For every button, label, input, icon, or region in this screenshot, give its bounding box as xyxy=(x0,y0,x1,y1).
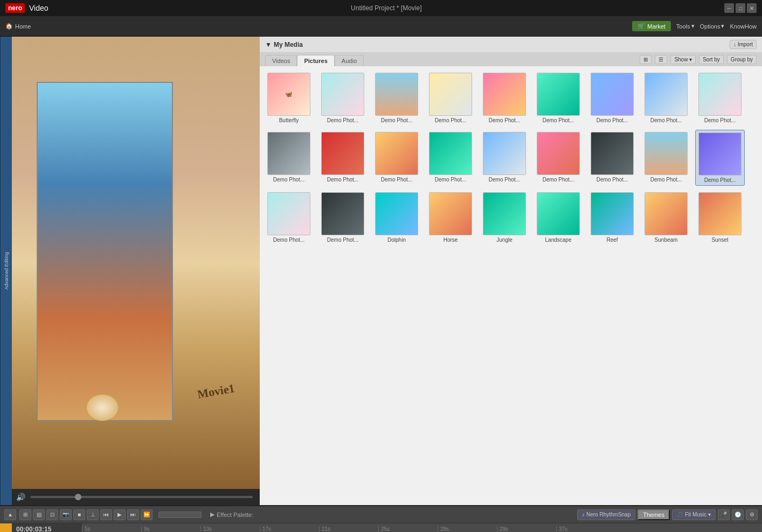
list-item[interactable]: Sunset xyxy=(695,190,745,245)
play-button[interactable]: ▶ xyxy=(114,509,126,520)
collapse-button[interactable]: ▲ xyxy=(4,509,16,520)
list-item[interactable]: Demo Phot... xyxy=(587,71,637,125)
timeline-tracks-container: 00:00:03:15 5s 9s 13s 17s 21s 25s 29s 29… xyxy=(12,523,762,532)
ruler-mark: 29s xyxy=(438,526,497,532)
ruler-mark: 21s xyxy=(319,526,378,532)
list-item[interactable]: Demo Phot... xyxy=(372,130,421,186)
import-button[interactable]: ↓ Import xyxy=(730,40,757,49)
list-item[interactable]: Sunbeam xyxy=(641,190,691,245)
tab-pictures[interactable]: Pictures xyxy=(297,55,334,66)
view-toggle-button[interactable]: ⊞ xyxy=(19,509,31,520)
media-item-label: Demo Phot... xyxy=(704,177,736,183)
themes-button[interactable]: Themes xyxy=(638,509,670,520)
list-item[interactable]: Demo Phot... xyxy=(480,71,529,125)
list-item[interactable]: Demo Phot... xyxy=(587,130,637,186)
media-item-label: Demo Phot... xyxy=(273,237,304,243)
list-item[interactable]: Demo Phot... xyxy=(534,71,583,125)
list-item[interactable]: 🦋 Butterfly xyxy=(264,71,314,125)
market-icon: 🛒 xyxy=(638,23,645,30)
app-name: Video xyxy=(29,4,49,12)
list-item[interactable]: Demo Phot... xyxy=(641,130,691,186)
list-item[interactable]: Demo Phot... xyxy=(318,190,368,245)
list-item[interactable]: Demo Phot... xyxy=(426,71,475,125)
list-item[interactable]: Demo Phot... xyxy=(534,130,583,186)
timeline-right-buttons: ♪ Nero RhythmSnap Themes 🎵 Fit Music ▾ 🎤… xyxy=(577,509,758,520)
settings-button[interactable]: ⚙ xyxy=(746,509,758,520)
screenshot-button[interactable]: 📷 xyxy=(60,509,72,520)
storyboard-button[interactable]: ▤ xyxy=(33,509,45,520)
split-button[interactable]: ⊥ xyxy=(87,509,99,520)
grid-view-button[interactable]: ⊞ xyxy=(640,55,652,64)
home-label: Home xyxy=(15,23,31,30)
window-title: Untitled Project * [Movie] xyxy=(351,4,421,12)
list-item[interactable]: Demo Phot... xyxy=(695,71,745,125)
snap-button[interactable]: ⊡ xyxy=(46,509,58,520)
media-item-label: Reef xyxy=(606,237,618,243)
fit-music-button[interactable]: 🎵 Fit Music ▾ xyxy=(672,509,716,520)
list-item[interactable]: Dolphin xyxy=(372,190,421,245)
tab-videos[interactable]: Videos xyxy=(265,55,297,66)
media-thumb xyxy=(698,73,742,116)
top-nav: 🏠 Home 🛒 Market Tools ▾ Options ▾ KnowHo… xyxy=(0,16,762,37)
tools-nav[interactable]: Tools ▾ xyxy=(676,23,695,30)
end-button[interactable]: ⏩ xyxy=(141,509,153,520)
list-view-button[interactable]: ☰ xyxy=(655,55,667,64)
express-editing-label: Express Editing xyxy=(0,523,12,532)
tab-audio[interactable]: Audio xyxy=(335,55,364,66)
list-item[interactable]: Jungle xyxy=(480,190,529,245)
next-frame-button[interactable]: ⏭ xyxy=(127,509,139,520)
market-button[interactable]: 🛒 Market xyxy=(632,21,671,31)
home-nav-item[interactable]: 🏠 Home xyxy=(5,23,31,30)
list-item[interactable]: Demo Phot... xyxy=(318,71,368,125)
show-button[interactable]: Show ▾ xyxy=(670,55,696,64)
list-item[interactable]: Demo Phot... xyxy=(372,71,421,125)
media-thumb: 🦋 xyxy=(267,73,310,116)
home-icon: 🏠 xyxy=(5,23,13,30)
list-item[interactable]: Reef xyxy=(587,190,637,245)
list-item[interactable]: Demo Phot... xyxy=(641,71,691,125)
media-item-label: Jungle xyxy=(496,237,512,243)
media-thumb xyxy=(645,192,688,235)
preview-area: Movie1 xyxy=(12,37,260,489)
stop-button[interactable]: ■ xyxy=(73,509,85,520)
sort-button[interactable]: Sort by xyxy=(699,55,724,64)
nav-right: 🛒 Market Tools ▾ Options ▾ KnowHow xyxy=(632,21,757,31)
clock-button[interactable]: 🕐 xyxy=(732,509,744,520)
list-item[interactable]: Demo Phot... xyxy=(264,130,314,186)
list-item[interactable]: Demo Phot... xyxy=(426,130,475,186)
media-thumb xyxy=(321,192,364,235)
list-item[interactable]: Demo Phot... xyxy=(318,130,368,186)
close-button[interactable]: ✕ xyxy=(747,3,757,13)
list-item[interactable]: Landscape xyxy=(534,190,583,245)
bridge-frame xyxy=(37,82,173,421)
list-item[interactable]: Horse xyxy=(426,190,475,245)
slider-thumb[interactable] xyxy=(75,494,81,500)
media-thumb xyxy=(267,132,310,175)
timeline-zoom-slider[interactable] xyxy=(158,512,202,518)
list-item[interactable]: Demo Phot... xyxy=(480,130,529,186)
minimize-button[interactable]: ─ xyxy=(724,3,734,13)
preview-background: Movie1 xyxy=(12,37,260,489)
current-time: 00:00:03:15 xyxy=(16,526,51,532)
media-item-label: Landscape xyxy=(545,237,572,243)
maximize-button[interactable]: □ xyxy=(736,3,745,13)
prev-button[interactable]: ⏮ xyxy=(100,509,112,520)
movie-title-overlay: Movie1 xyxy=(197,381,236,402)
rhythm-snap-button[interactable]: ♪ Nero RhythmSnap xyxy=(577,509,635,520)
mic-button[interactable]: 🎤 xyxy=(718,509,730,520)
list-item[interactable]: Demo Phot... xyxy=(264,190,314,245)
ruler-mark: 29s xyxy=(497,526,556,532)
options-nav[interactable]: Options ▾ xyxy=(700,23,725,30)
bridge-image xyxy=(37,82,173,421)
media-thumb xyxy=(645,73,688,116)
playback-slider[interactable] xyxy=(30,496,253,498)
market-label: Market xyxy=(647,23,666,30)
shell-decoration xyxy=(86,394,119,421)
list-item[interactable]: Demo Phot... xyxy=(695,130,745,186)
media-grid: 🦋 Butterfly Demo Phot... Demo Phot... De… xyxy=(260,66,762,505)
media-item-label: Horse xyxy=(444,237,458,243)
knowhow-nav[interactable]: KnowHow xyxy=(730,23,757,30)
group-button[interactable]: Group by xyxy=(727,55,757,64)
timeline-topbar: ▲ ⊞ ▤ ⊡ 📷 ■ ⊥ ⏮ ▶ ⏭ ⏩ ▶ Effect Palette: … xyxy=(0,506,762,523)
media-thumb xyxy=(429,192,472,235)
